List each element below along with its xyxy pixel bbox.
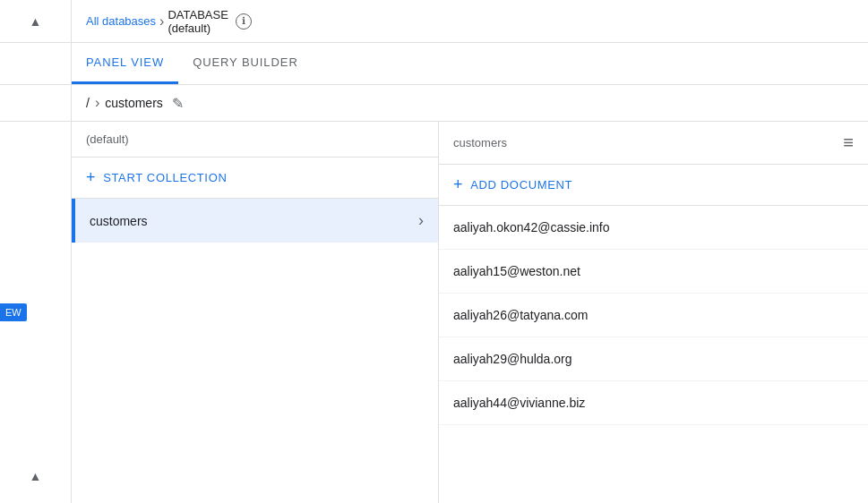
- left-panel-header: (default): [72, 122, 438, 158]
- customers-collection-item[interactable]: customers ›: [72, 199, 438, 243]
- start-collection-plus-icon: +: [86, 168, 96, 187]
- nav-badge[interactable]: EW: [0, 303, 27, 321]
- list-item[interactable]: aaliyah15@weston.net: [439, 250, 868, 294]
- collection-item-name: customers: [90, 214, 148, 228]
- filter-icon[interactable]: ≡: [843, 132, 854, 153]
- start-collection-label: START COLLECTION: [103, 171, 227, 184]
- collapse-top-button[interactable]: ▲: [20, 5, 52, 38]
- left-nav-area: EW ▲: [0, 122, 72, 503]
- doc-panel-header: customers ≡: [439, 122, 868, 165]
- database-title: DATABASE(default): [168, 8, 228, 35]
- tabs-row: PANEL VIEW QUERY BUILDER: [0, 43, 868, 85]
- collapse-bottom-button[interactable]: ▲: [20, 460, 52, 492]
- breadcrumb-arrow: ›: [159, 13, 164, 30]
- body-row: EW ▲ (default) + START COLLECTION custom…: [0, 122, 868, 503]
- path-left-spacer: [0, 85, 72, 122]
- collection-item-chevron: ›: [418, 211, 424, 230]
- tabs-container: PANEL VIEW QUERY BUILDER: [72, 43, 313, 84]
- document-list: aaliyah.okon42@cassie.infoaaliyah15@west…: [439, 206, 868, 425]
- list-item[interactable]: aaliyah29@hulda.org: [439, 337, 868, 381]
- doc-panel-title: customers: [453, 136, 507, 149]
- path-slash: /: [86, 96, 90, 110]
- path-chevron: ›: [95, 95, 99, 111]
- list-item[interactable]: aaliyah44@vivianne.biz: [439, 381, 868, 425]
- start-collection-button[interactable]: + START COLLECTION: [72, 158, 438, 199]
- list-item[interactable]: aaliyah.okon42@cassie.info: [439, 206, 868, 250]
- tab-panel-view[interactable]: PANEL VIEW: [72, 43, 178, 84]
- all-databases-link[interactable]: All databases: [86, 14, 156, 28]
- edit-collection-icon[interactable]: ✎: [172, 95, 184, 112]
- path-breadcrumb: / › customers ✎: [72, 95, 198, 112]
- left-panel: (default) + START COLLECTION customers ›: [72, 122, 439, 503]
- header-breadcrumb: All databases › DATABASE(default) ℹ: [72, 8, 868, 35]
- add-doc-plus-icon: +: [453, 175, 463, 194]
- path-row: / › customers ✎: [0, 85, 868, 122]
- add-doc-label: ADD DOCUMENT: [470, 178, 572, 192]
- header-row: ▲ All databases › DATABASE(default) ℹ: [0, 0, 868, 43]
- right-panel: customers ≡ + ADD DOCUMENT aaliyah.okon4…: [439, 122, 868, 503]
- tabs-left-spacer: [0, 43, 72, 85]
- add-document-button[interactable]: + ADD DOCUMENT: [439, 165, 868, 206]
- list-item[interactable]: aaliyah26@tatyana.com: [439, 294, 868, 337]
- path-collection: customers: [105, 96, 163, 110]
- breadcrumb: All databases › DATABASE(default) ℹ: [86, 8, 252, 35]
- header-left-collapse: ▲: [0, 0, 72, 43]
- tab-query-builder[interactable]: QUERY BUILDER: [178, 43, 313, 84]
- info-icon[interactable]: ℹ: [236, 13, 252, 30]
